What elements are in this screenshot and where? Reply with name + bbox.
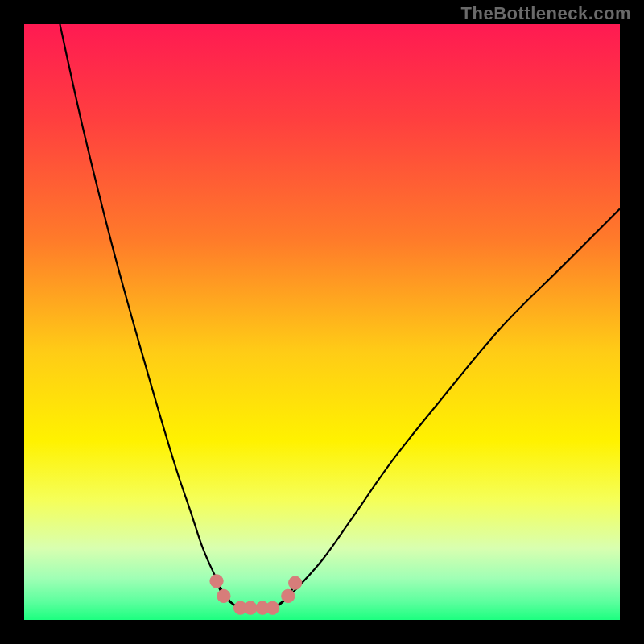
- marker-point: [266, 601, 279, 614]
- marker-point: [210, 575, 223, 588]
- watermark-text: TheBottleneck.com: [461, 3, 631, 24]
- series-left-curve: [60, 24, 247, 608]
- chart-frame: TheBottleneck.com: [0, 0, 644, 644]
- marker-point: [217, 589, 230, 602]
- marker-point: [289, 576, 302, 589]
- marker-point: [244, 601, 257, 614]
- series-right-curve: [266, 208, 620, 608]
- curve-layer: [24, 24, 620, 620]
- curves: [60, 24, 620, 608]
- plot-area: [24, 24, 620, 620]
- highlight-markers: [210, 575, 302, 615]
- marker-point: [282, 589, 295, 602]
